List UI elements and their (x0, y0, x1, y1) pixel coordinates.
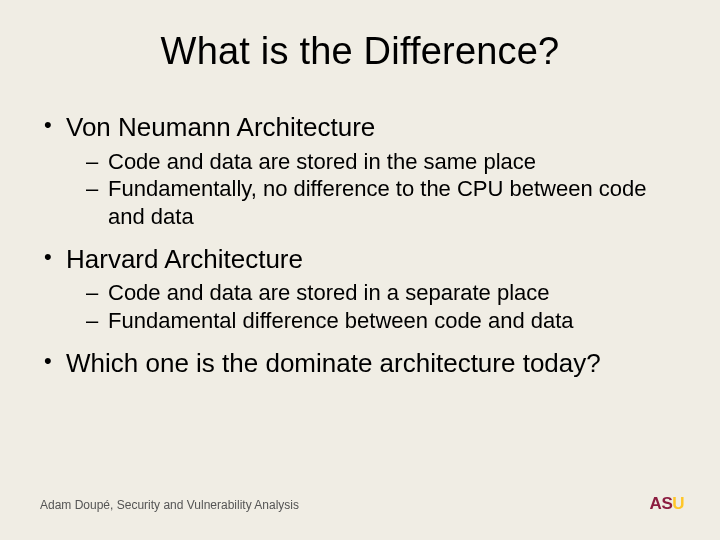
logo-letter-s: S (661, 494, 672, 514)
sub-bullet: Code and data are stored in the same pla… (86, 148, 680, 176)
asu-logo: ASU (650, 494, 684, 514)
slide: What is the Difference? Von Neumann Arch… (0, 0, 720, 540)
bullet-question: Which one is the dominate architecture t… (40, 347, 680, 380)
sub-bullet: Fundamentally, no difference to the CPU … (86, 175, 680, 230)
slide-title: What is the Difference? (40, 30, 680, 73)
bullet-label: Von Neumann Architecture (66, 112, 375, 142)
sub-bullet: Fundamental difference between code and … (86, 307, 680, 335)
bullet-von-neumann: Von Neumann Architecture Code and data a… (40, 111, 680, 231)
bullet-label: Which one is the dominate architecture t… (66, 348, 601, 378)
logo-letter-u: U (672, 494, 684, 514)
bullet-harvard: Harvard Architecture Code and data are s… (40, 243, 680, 335)
sub-list: Code and data are stored in the same pla… (66, 148, 680, 231)
bullet-label: Harvard Architecture (66, 244, 303, 274)
logo-letter-a: A (650, 494, 662, 514)
footer-text: Adam Doupé, Security and Vulnerability A… (40, 498, 299, 512)
sub-list: Code and data are stored in a separate p… (66, 279, 680, 334)
sub-bullet: Code and data are stored in a separate p… (86, 279, 680, 307)
bullet-list: Von Neumann Architecture Code and data a… (40, 111, 680, 379)
